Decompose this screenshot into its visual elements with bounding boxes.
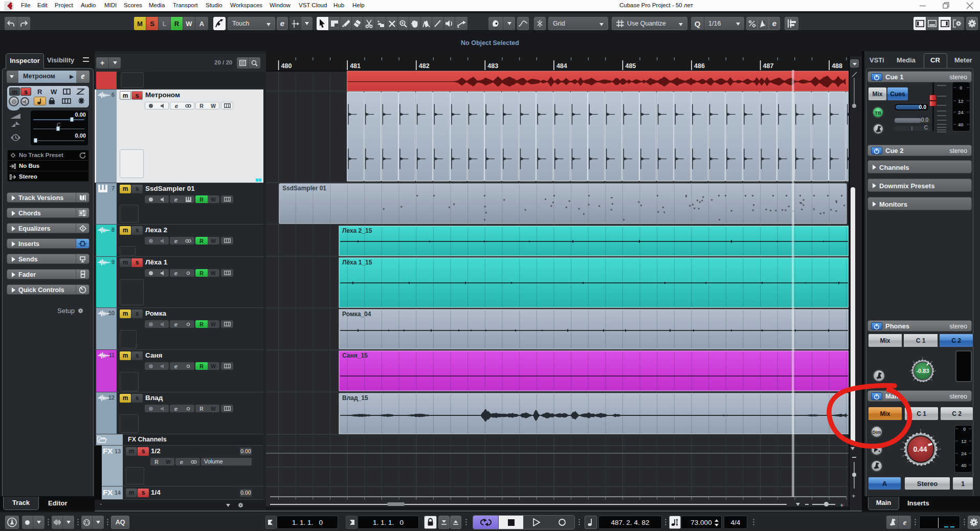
svg-text:R: R — [37, 88, 42, 96]
svg-text:482: 482 — [419, 62, 430, 70]
svg-text:R: R — [154, 459, 159, 464]
svg-text:W: W — [211, 321, 216, 327]
svg-text:e: e — [174, 406, 178, 412]
svg-text:W: W — [211, 363, 216, 369]
svg-text:R: R — [199, 196, 204, 202]
svg-text:483: 483 — [487, 62, 498, 70]
svg-text:R: R — [199, 363, 204, 369]
svg-text:481: 481 — [350, 62, 361, 70]
svg-text:W: W — [166, 459, 171, 464]
svg-text:Саня_15: Саня_15 — [342, 352, 368, 359]
svg-text:e: e — [174, 363, 178, 369]
svg-text:e: e — [174, 270, 178, 276]
svg-text:Ромка_04: Ромка_04 — [342, 311, 371, 318]
svg-text:487: 487 — [763, 62, 774, 70]
svg-text:e: e — [280, 19, 284, 28]
svg-text:R: R — [199, 406, 204, 411]
svg-text:R: R — [199, 103, 204, 108]
svg-text:R: R — [199, 238, 204, 244]
svg-text:R: R — [199, 321, 204, 327]
svg-text:Лёха 1_15: Лёха 1_15 — [342, 259, 372, 266]
svg-text:e: e — [174, 238, 178, 244]
svg-text:Леха 2_15: Леха 2_15 — [342, 227, 372, 234]
svg-text:SsdSampler 01: SsdSampler 01 — [282, 185, 326, 192]
svg-text:e: e — [174, 103, 178, 109]
svg-text:e: e — [174, 321, 178, 327]
svg-text:e: e — [180, 459, 184, 465]
svg-text:-0.83: -0.83 — [916, 368, 929, 374]
svg-text:484: 484 — [556, 62, 567, 70]
svg-text:W: W — [211, 103, 216, 108]
svg-text:W: W — [211, 238, 216, 244]
svg-text:e: e — [772, 19, 776, 28]
svg-text:486: 486 — [694, 62, 705, 70]
svg-text:Влад_15: Влад_15 — [342, 394, 368, 402]
svg-text:W: W — [211, 270, 216, 276]
svg-text:485: 485 — [625, 62, 636, 70]
svg-text:W: W — [51, 88, 57, 96]
svg-text:R: R — [199, 270, 204, 276]
svg-text:e: e — [174, 196, 178, 203]
svg-text:W: W — [211, 406, 216, 411]
svg-text:W: W — [211, 196, 216, 202]
svg-text:480: 480 — [281, 62, 292, 70]
svg-text:488: 488 — [832, 62, 842, 70]
